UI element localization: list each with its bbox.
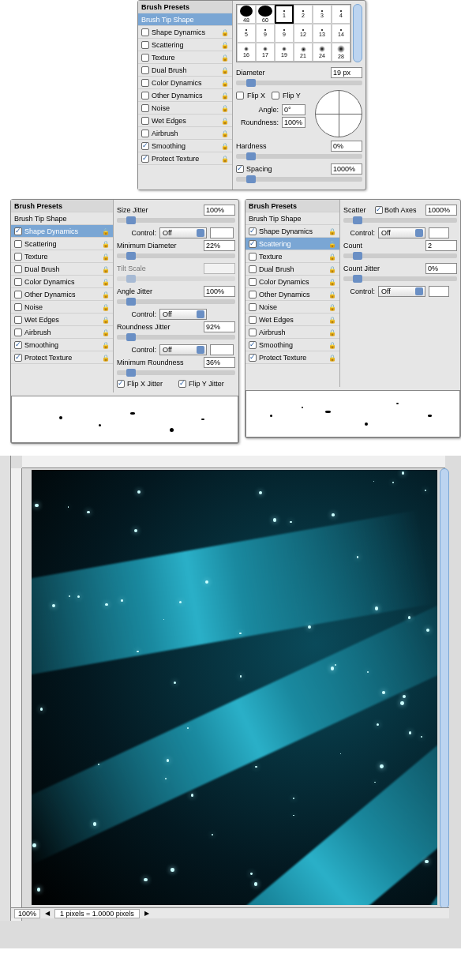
sidebar-item-dual-brush[interactable]: Dual Brush bbox=[11, 263, 113, 276]
sidebar-item-dual-brush[interactable]: Dual Brush bbox=[138, 64, 232, 77]
checkbox[interactable] bbox=[141, 41, 149, 49]
checkbox[interactable] bbox=[14, 253, 22, 261]
lock-icon[interactable] bbox=[328, 354, 336, 362]
lock-icon[interactable] bbox=[102, 227, 110, 235]
angle-jitter-input[interactable]: 100% bbox=[204, 286, 235, 297]
sidebar-item-scattering[interactable]: Scattering bbox=[138, 39, 232, 51]
brush-thumbnail[interactable]: 9 bbox=[256, 24, 275, 43]
size-control-input[interactable] bbox=[210, 227, 234, 238]
sidebar-item-protect-texture[interactable]: Protect Texture bbox=[245, 351, 339, 364]
checkbox[interactable] bbox=[141, 104, 149, 112]
canvas[interactable] bbox=[32, 470, 437, 905]
brush-thumbnail[interactable]: 16 bbox=[237, 43, 256, 62]
tool-column[interactable] bbox=[0, 456, 11, 921]
lock-icon[interactable] bbox=[102, 278, 110, 286]
sidebar-item-other-dynamics[interactable]: Other Dynamics bbox=[11, 288, 113, 301]
zoom-level[interactable]: 100% bbox=[14, 909, 40, 918]
brush-thumbnail[interactable]: 24 bbox=[313, 43, 332, 62]
spacing-checkbox[interactable] bbox=[236, 165, 244, 173]
brush-thumbnail[interactable]: 9 bbox=[275, 24, 294, 43]
checkbox[interactable] bbox=[14, 291, 22, 299]
checkbox[interactable] bbox=[249, 253, 257, 261]
sidebar-item-noise[interactable]: Noise bbox=[245, 301, 339, 314]
lock-icon[interactable] bbox=[221, 130, 229, 137]
brush-thumbnail[interactable]: 4 bbox=[332, 5, 350, 24]
flipx-checkbox[interactable] bbox=[236, 92, 244, 100]
checkbox[interactable] bbox=[141, 92, 149, 100]
lock-icon[interactable] bbox=[328, 291, 336, 299]
checkbox[interactable] bbox=[14, 278, 22, 286]
checkbox[interactable] bbox=[249, 316, 257, 324]
roundness-control-dropdown[interactable]: Off bbox=[159, 344, 207, 355]
lock-icon[interactable] bbox=[221, 54, 229, 62]
brush-thumbnail[interactable]: 2 bbox=[294, 5, 313, 24]
lock-icon[interactable] bbox=[328, 303, 336, 311]
diameter-input[interactable]: 19 px bbox=[331, 67, 362, 78]
roundness-input[interactable]: 100% bbox=[282, 117, 305, 128]
lock-icon[interactable] bbox=[221, 41, 229, 49]
checkbox[interactable] bbox=[14, 316, 22, 324]
count-jitter-input[interactable]: 0% bbox=[425, 263, 457, 274]
brush-grid-scrollbar[interactable] bbox=[353, 4, 362, 62]
lock-icon[interactable] bbox=[328, 341, 336, 349]
size-control-dropdown[interactable]: Off bbox=[159, 227, 207, 238]
both-axes-checkbox[interactable] bbox=[375, 206, 383, 214]
brush-thumbnail[interactable]: 60 bbox=[256, 5, 275, 24]
sidebar-item-color-dynamics[interactable]: Color Dynamics bbox=[11, 276, 113, 288]
checkbox[interactable] bbox=[14, 265, 22, 273]
scatter-control-dropdown[interactable]: Off bbox=[378, 227, 425, 238]
sidebar-item-texture[interactable]: Texture bbox=[245, 250, 339, 263]
min-roundness-input[interactable]: 36% bbox=[204, 357, 235, 368]
brush-presets-header[interactable]: Brush Presets bbox=[11, 200, 113, 212]
lock-icon[interactable] bbox=[328, 240, 336, 248]
sidebar-item-smoothing[interactable]: Smoothing bbox=[11, 339, 113, 351]
min-diameter-input[interactable]: 22% bbox=[204, 240, 235, 251]
checkbox[interactable] bbox=[141, 130, 149, 137]
checkbox[interactable] bbox=[14, 354, 22, 362]
count-slider[interactable] bbox=[343, 253, 457, 258]
sidebar-item-airbrush[interactable]: Airbrush bbox=[245, 326, 339, 339]
lock-icon[interactable] bbox=[102, 329, 110, 336]
sidebar-item-noise[interactable]: Noise bbox=[11, 301, 113, 314]
checkbox[interactable] bbox=[14, 329, 22, 336]
lock-icon[interactable] bbox=[221, 104, 229, 112]
roundness-control-input[interactable] bbox=[210, 344, 234, 355]
checkbox[interactable] bbox=[141, 142, 149, 150]
brush-thumbnail[interactable]: 13 bbox=[313, 24, 332, 43]
angle-control-dropdown[interactable]: Off bbox=[159, 309, 207, 320]
angle-jitter-slider[interactable] bbox=[117, 299, 235, 304]
flipx-jitter-checkbox[interactable] bbox=[117, 380, 125, 388]
lock-icon[interactable] bbox=[221, 117, 229, 125]
lock-icon[interactable] bbox=[328, 316, 336, 324]
brush-thumbnail[interactable]: 1 bbox=[275, 5, 294, 24]
spacing-slider[interactable] bbox=[236, 177, 362, 182]
lock-icon[interactable] bbox=[328, 253, 336, 261]
brush-presets-header[interactable]: Brush Presets bbox=[138, 1, 232, 13]
checkbox[interactable] bbox=[249, 265, 257, 273]
sidebar-item-shape-dynamics[interactable]: Shape Dynamics bbox=[138, 26, 232, 39]
sidebar-item-brush-tip-shape[interactable]: Brush Tip Shape bbox=[245, 212, 339, 225]
lock-icon[interactable] bbox=[102, 253, 110, 261]
sidebar-item-smoothing[interactable]: Smoothing bbox=[245, 339, 339, 351]
lock-icon[interactable] bbox=[328, 278, 336, 286]
scatter-input[interactable]: 1000% bbox=[425, 205, 457, 216]
lock-icon[interactable] bbox=[328, 265, 336, 273]
lock-icon[interactable] bbox=[102, 316, 110, 324]
sidebar-item-airbrush[interactable]: Airbrush bbox=[138, 127, 232, 140]
checkbox[interactable] bbox=[249, 227, 257, 235]
lock-icon[interactable] bbox=[102, 265, 110, 273]
lock-icon[interactable] bbox=[221, 66, 229, 74]
checkbox[interactable] bbox=[249, 291, 257, 299]
scatter-slider[interactable] bbox=[343, 218, 457, 223]
brush-thumbnail[interactable]: 28 bbox=[332, 43, 350, 62]
brush-presets-header[interactable]: Brush Presets bbox=[245, 200, 339, 212]
checkbox[interactable] bbox=[249, 329, 257, 336]
lock-icon[interactable] bbox=[221, 79, 229, 87]
checkbox[interactable] bbox=[249, 240, 257, 248]
sidebar-item-airbrush[interactable]: Airbrush bbox=[11, 326, 113, 339]
lock-icon[interactable] bbox=[221, 142, 229, 150]
horizontal-ruler[interactable] bbox=[22, 456, 445, 468]
size-jitter-slider[interactable] bbox=[117, 218, 235, 223]
sidebar-item-other-dynamics[interactable]: Other Dynamics bbox=[245, 288, 339, 301]
lock-icon[interactable] bbox=[328, 227, 336, 235]
